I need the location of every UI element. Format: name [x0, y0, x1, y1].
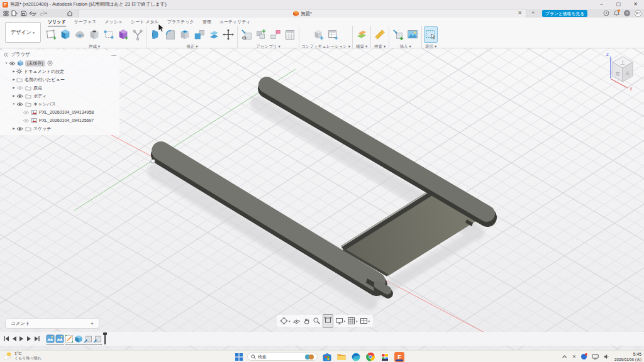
zoom-icon[interactable]: [313, 317, 321, 325]
insert-mesh-icon[interactable]: [391, 26, 405, 43]
minimize-icon[interactable]: –: [593, 0, 610, 9]
timeline-playhead[interactable]: [104, 333, 106, 344]
go-to-start-icon[interactable]: [3, 336, 9, 342]
fit-view-icon[interactable]: [324, 316, 332, 324]
view-cube[interactable]: Z X 上 前 右: [590, 50, 643, 96]
job-status-icon[interactable]: [603, 10, 609, 16]
pan-icon[interactable]: [303, 317, 311, 325]
fillet-icon[interactable]: [164, 26, 177, 43]
new-component-bodies-icon[interactable]: [254, 26, 268, 43]
configuration-icon[interactable]: [312, 26, 326, 43]
new-tab-icon[interactable]: +: [531, 9, 535, 16]
eye-visible-icon[interactable]: [16, 94, 23, 99]
eye-hidden-icon[interactable]: [23, 110, 30, 115]
timeline-sketch-feature-icon[interactable]: [65, 334, 74, 343]
tray-app-icon[interactable]: [581, 354, 587, 359]
volume-icon[interactable]: [604, 354, 609, 359]
create-sketch-icon[interactable]: [44, 26, 58, 43]
network-display-icon[interactable]: [592, 354, 599, 359]
caret-expanded-icon[interactable]: ▼: [11, 102, 16, 106]
joint-icon[interactable]: [269, 26, 282, 43]
tray-chevron-up-icon[interactable]: [562, 354, 567, 359]
caret-collapsed-icon[interactable]: ▶: [11, 127, 16, 130]
orbit-icon[interactable]: [280, 317, 288, 325]
collapse-browser-icon[interactable]: [3, 52, 8, 57]
display-settings-icon[interactable]: [335, 317, 343, 325]
shell-icon[interactable]: [178, 26, 192, 43]
data-panel-icon[interactable]: [3, 11, 9, 16]
comment-bar[interactable]: コメント +: [5, 318, 99, 329]
timeline-extrude-feature-icon[interactable]: [84, 334, 92, 343]
fusion-taskbar-icon[interactable]: F: [394, 352, 404, 362]
timeline-canvas-feature-icon[interactable]: [46, 334, 55, 343]
create-form-icon[interactable]: [116, 26, 130, 43]
eye-visible-icon[interactable]: [9, 61, 16, 66]
browser-root-row[interactable]: ▼ (未保存): [0, 59, 119, 67]
combine-icon[interactable]: [192, 26, 206, 43]
bom-table-icon[interactable]: [283, 26, 297, 43]
plan-price-button[interactable]: プランと価格を見る: [542, 10, 587, 17]
browser-item-named-views[interactable]: ▶ 名前の付いたビュー: [0, 75, 119, 84]
browser-item-origin[interactable]: ▶ 原点: [0, 84, 119, 92]
construction-plane-icon[interactable]: [355, 26, 369, 43]
step-forward-icon[interactable]: [26, 336, 32, 342]
browser-item-canvas-1[interactable]: PXL_20260104_094134958: [0, 108, 119, 116]
go-to-end-icon[interactable]: [34, 336, 40, 342]
save-icon[interactable]: [21, 11, 26, 16]
browser-item-canvas-2[interactable]: PXL_20260104_094125697: [0, 116, 119, 124]
minimize-browser-icon[interactable]: —: [111, 52, 116, 58]
edge-icon[interactable]: [351, 352, 361, 362]
look-at-icon[interactable]: [292, 317, 301, 325]
tab-close-icon[interactable]: ✕: [518, 10, 522, 16]
eye-hidden-icon[interactable]: [23, 118, 30, 123]
eye-visible-icon[interactable]: [16, 126, 23, 131]
offset-face-icon[interactable]: [207, 26, 221, 43]
timeline-extrude-feature-icon[interactable]: [74, 334, 83, 343]
root-label[interactable]: (未保存): [25, 60, 45, 67]
add-comment-icon[interactable]: +: [91, 321, 94, 327]
photos-icon[interactable]: [380, 352, 390, 362]
step-back-icon[interactable]: [11, 336, 17, 342]
close-icon[interactable]: ✕: [627, 0, 644, 9]
measure-icon[interactable]: [373, 26, 387, 43]
grid-settings-icon[interactable]: [347, 317, 355, 325]
insert-canvas-icon[interactable]: [406, 26, 419, 43]
hole-icon[interactable]: [87, 26, 101, 43]
taskbar-clock[interactable]: 5:45 2026/01/06 (火): [614, 352, 641, 362]
viewports-icon[interactable]: [360, 317, 368, 325]
move-icon[interactable]: [221, 26, 235, 43]
play-icon[interactable]: [19, 336, 25, 342]
weather-widget[interactable]: 1°C くもり時々晴れ: [3, 351, 42, 361]
timeline-canvas-feature-icon[interactable]: [55, 334, 64, 343]
search-input[interactable]: 検索: [247, 353, 318, 361]
generative-study-icon[interactable]: [131, 26, 145, 43]
caret-collapsed-icon[interactable]: ▶: [11, 86, 16, 89]
help-icon[interactable]: ?: [624, 10, 630, 16]
workspace-selector[interactable]: デザイン▼: [5, 22, 41, 43]
eye-visible-icon[interactable]: [16, 102, 23, 107]
tray-x-icon[interactable]: ✕: [572, 354, 576, 359]
revolve-icon[interactable]: [73, 26, 87, 43]
caret-expanded-icon[interactable]: ▼: [4, 62, 9, 65]
home-icon[interactable]: [67, 11, 73, 16]
caret-collapsed-icon[interactable]: ▶: [11, 94, 16, 97]
browser-item-document-settings[interactable]: ▶ ドキュメントの設定: [0, 67, 119, 75]
eye-hidden-icon[interactable]: [16, 85, 23, 90]
document-tab[interactable]: 無題* ✕: [78, 9, 527, 18]
caret-collapsed-icon[interactable]: ▶: [11, 70, 16, 73]
model-viewport[interactable]: ブラウザ — ▼ (未保存) ▶ ドキュメントの設定 ▶ 名前の付いたビュー: [0, 48, 644, 350]
timeline-move-feature-icon[interactable]: [93, 334, 102, 343]
chrome-icon[interactable]: [365, 352, 375, 362]
maximize-icon[interactable]: ▢: [610, 0, 627, 9]
browser-item-sketches[interactable]: ▶ スケッチ: [0, 124, 119, 133]
file-explorer-icon[interactable]: [336, 352, 347, 362]
browser-item-canvases[interactable]: ▼ キャンバス: [0, 100, 119, 108]
caret-collapsed-icon[interactable]: ▶: [11, 78, 16, 81]
browser-item-bodies[interactable]: ▶ ボディ: [0, 92, 119, 100]
two-point-rectangle-icon[interactable]: [102, 26, 116, 43]
new-component-icon[interactable]: [240, 26, 253, 43]
configuration-table-icon[interactable]: [326, 26, 340, 43]
start-button[interactable]: [235, 353, 243, 361]
extrude-icon[interactable]: [58, 26, 72, 43]
microsoft-store-icon[interactable]: [322, 352, 332, 362]
